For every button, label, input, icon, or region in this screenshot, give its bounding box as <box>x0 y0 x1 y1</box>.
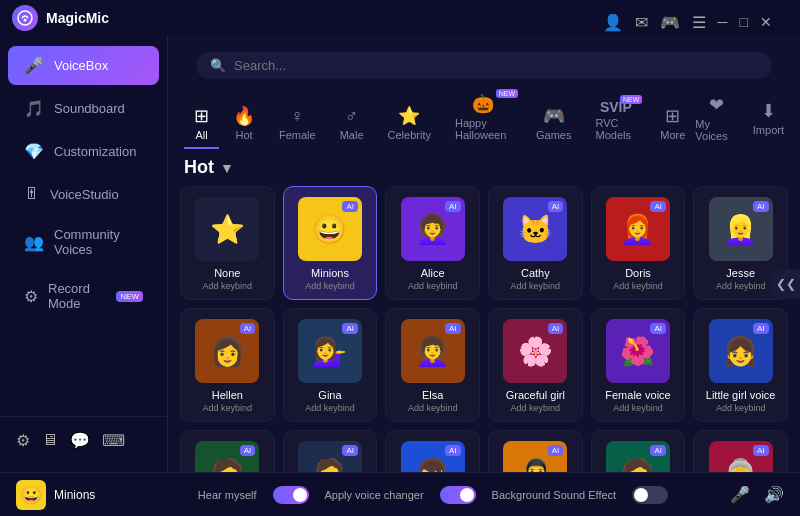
card-badge-girtoboy: AI <box>650 445 666 456</box>
card-action-doris[interactable]: Add keybind <box>613 281 663 291</box>
close-button[interactable]: ✕ <box>760 14 772 30</box>
nav-right: ❤ My Voices ⬇ Import <box>695 94 784 142</box>
soundboard-icon: 🎵 <box>24 99 44 118</box>
card-action-minions[interactable]: Add keybind <box>305 281 355 291</box>
voice-card-girtoboy[interactable]: 🧑AIGirl to boyAdd keybind <box>591 430 686 472</box>
menu-icon[interactable]: ☰ <box>692 13 706 32</box>
tab-halloween[interactable]: NEW 🎃 Happy Halloween <box>445 87 522 149</box>
voice-card-graceful[interactable]: 🌸AIGraceful girlAdd keybind <box>488 308 583 422</box>
card-action-elsa[interactable]: Add keybind <box>408 403 458 413</box>
tab-more[interactable]: ⊞ More <box>650 99 695 149</box>
voice-card-malevoice[interactable]: 👦AIMale voiceAdd keybind <box>385 430 480 472</box>
hear-myself-knob <box>293 488 307 502</box>
nav-tabs-row: ⊞ All 🔥 Hot ♀ Female ♂ Male ⭐ Celebri <box>168 79 800 149</box>
tab-halloween-label: Happy Halloween <box>455 117 512 141</box>
card-action-jesse[interactable]: Add keybind <box>716 281 766 291</box>
section-chevron-icon[interactable]: ▼ <box>220 160 234 176</box>
tab-hot[interactable]: 🔥 Hot <box>223 99 265 149</box>
card-action-gina[interactable]: Add keybind <box>305 403 355 413</box>
bg-sound-knob <box>634 488 648 502</box>
tab-rvc[interactable]: NEW SVIP RVC Models <box>586 93 647 149</box>
import-nav[interactable]: ⬇ Import <box>753 100 784 136</box>
main-layout: 🎤 VoiceBox 🎵 Soundboard 💎 Customization … <box>0 36 800 472</box>
tab-celebrity[interactable]: ⭐ Celebrity <box>378 99 441 149</box>
sidebar-item-customization[interactable]: 💎 Customization <box>8 132 159 171</box>
chat-icon[interactable]: 💬 <box>70 431 90 450</box>
card-name-graceful: Graceful girl <box>506 389 565 401</box>
voice-card-hellen[interactable]: 👩AIHellenAdd keybind <box>180 308 275 422</box>
customization-icon: 💎 <box>24 142 44 161</box>
halloween-badge: NEW <box>496 89 518 98</box>
voice-card-elsa[interactable]: 👩‍🦱AIElsaAdd keybind <box>385 308 480 422</box>
card-action-hellen[interactable]: Add keybind <box>203 403 253 413</box>
card-badge-femalevoice: AI <box>650 323 666 334</box>
card-action-alice[interactable]: Add keybind <box>408 281 458 291</box>
card-badge-ninja: AI <box>548 445 564 456</box>
voice-card-grandma[interactable]: 👵AIGrandma LauraAdd keybind <box>693 430 788 472</box>
tab-hot-label: Hot <box>235 129 252 141</box>
bottom-controls: Hear myself Apply voice changer Backgrou… <box>152 486 714 504</box>
keyboard-icon[interactable]: ⌨ <box>102 431 125 450</box>
titlebar: MagicMic 👤 ✉ 🎮 ☰ ─ □ ✕ <box>0 0 800 36</box>
microphone-icon[interactable]: 🎤 <box>730 485 750 504</box>
sidebar-item-voicestudio[interactable]: 🎚 VoiceStudio <box>8 175 159 213</box>
profile-icon[interactable]: 👤 <box>603 13 623 32</box>
voice-card-handsome[interactable]: 🧑AIHandsome boyAdd keybind <box>180 430 275 472</box>
tab-all[interactable]: ⊞ All <box>184 99 219 149</box>
tab-rvc-label: RVC Models <box>596 117 637 141</box>
titlebar-left: MagicMic <box>12 5 109 31</box>
community-icon: 👥 <box>24 233 44 252</box>
voice-card-alice[interactable]: 👩‍🦱AIAliceAdd keybind <box>385 186 480 300</box>
apply-changer-toggle[interactable] <box>440 486 476 504</box>
card-badge-elsa: AI <box>445 323 461 334</box>
voice-card-ninja[interactable]: 🥷AINinjaAdd keybind <box>488 430 583 472</box>
mail-icon[interactable]: ✉ <box>635 13 648 32</box>
voice-card-minions[interactable]: 😀AIMinionsAdd keybind <box>283 186 378 300</box>
header-icons: 👤 ✉ 🎮 ☰ ─ □ ✕ <box>603 5 788 32</box>
settings-icon[interactable]: ⚙ <box>16 431 30 450</box>
bg-sound-toggle[interactable] <box>632 486 668 504</box>
tab-all-label: All <box>195 129 207 141</box>
card-name-hellen: Hellen <box>212 389 243 401</box>
card-action-femalevoice[interactable]: Add keybind <box>613 403 663 413</box>
sidebar-item-community[interactable]: 👥 Community Voices <box>8 217 159 267</box>
tab-games[interactable]: 🎮 Games <box>526 99 581 149</box>
voice-card-none[interactable]: ⭐NoneAdd keybind <box>180 186 275 300</box>
voice-card-magnetic[interactable]: 🧔AIMagnetic male voiceAdd keybind <box>283 430 378 472</box>
tab-female[interactable]: ♀ Female <box>269 100 326 149</box>
card-action-littlegirl[interactable]: Add keybind <box>716 403 766 413</box>
card-badge-littlegirl: AI <box>753 323 769 334</box>
female-icon: ♀ <box>291 106 305 127</box>
myvoices-label: My Voices <box>695 118 736 142</box>
myvoices-nav[interactable]: ❤ My Voices <box>695 94 736 142</box>
gamepad-icon[interactable]: 🎮 <box>660 13 680 32</box>
tab-male[interactable]: ♂ Male <box>330 100 374 149</box>
card-name-littlegirl: Little girl voice <box>706 389 776 401</box>
voicebox-icon: 🎤 <box>24 56 44 75</box>
card-badge-malevoice: AI <box>445 445 461 456</box>
section-header: Hot ▼ <box>168 149 800 186</box>
hear-myself-toggle[interactable] <box>273 486 309 504</box>
collapse-button[interactable]: ❮❮ <box>772 269 800 299</box>
sidebar-item-soundboard[interactable]: 🎵 Soundboard <box>8 89 159 128</box>
minimize-button[interactable]: ─ <box>718 14 728 30</box>
card-action-none[interactable]: Add keybind <box>203 281 253 291</box>
display-icon[interactable]: 🖥 <box>42 431 58 450</box>
hear-myself-label: Hear myself <box>198 489 257 501</box>
voice-card-gina[interactable]: 💁‍♀️AIGinaAdd keybind <box>283 308 378 422</box>
maximize-button[interactable]: □ <box>740 14 748 30</box>
app-logo <box>12 5 38 31</box>
card-badge-hellen: AI <box>240 323 256 334</box>
voice-card-femalevoice[interactable]: 🌺AIFemale voiceAdd keybind <box>591 308 686 422</box>
sidebar-item-record[interactable]: ⚙ Record Mode NEW <box>8 271 159 321</box>
voice-card-doris[interactable]: 👩‍🦰AIDorisAdd keybind <box>591 186 686 300</box>
search-input[interactable] <box>234 58 758 73</box>
sidebar-item-voicebox[interactable]: 🎤 VoiceBox <box>8 46 159 85</box>
import-label: Import <box>753 124 784 136</box>
speaker-icon[interactable]: 🔊 <box>764 485 784 504</box>
voice-card-littlegirl[interactable]: 👧AILittle girl voiceAdd keybind <box>693 308 788 422</box>
sidebar-label-community: Community Voices <box>54 227 143 257</box>
card-action-cathy[interactable]: Add keybind <box>511 281 561 291</box>
card-action-graceful[interactable]: Add keybind <box>511 403 561 413</box>
voice-card-cathy[interactable]: 🐱AICathyAdd keybind <box>488 186 583 300</box>
